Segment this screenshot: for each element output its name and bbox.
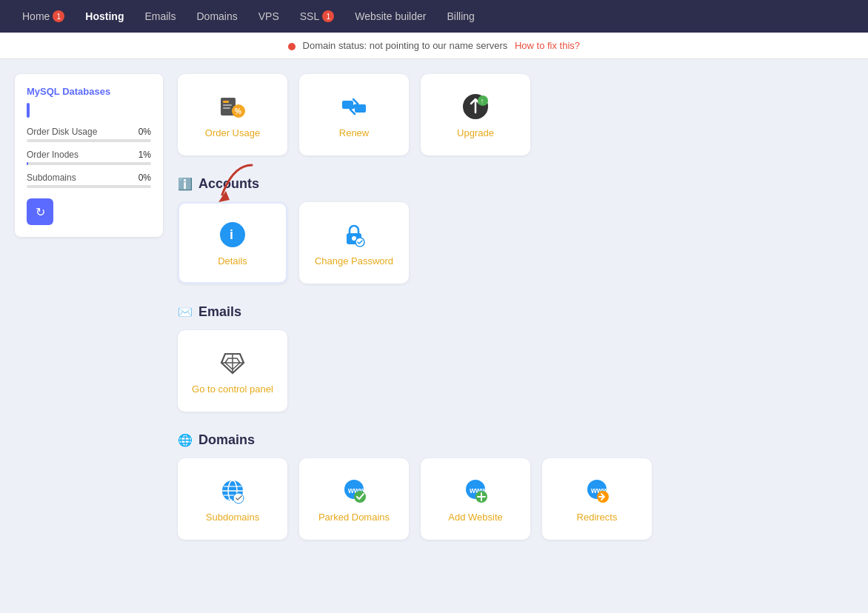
card-control-panel[interactable]: Go to control panel: [178, 330, 287, 412]
emails-cards-grid: Go to control panel: [178, 330, 853, 412]
top-cards-grid: % Order Usage Renew: [178, 74, 853, 155]
add-website-icon: www: [461, 476, 490, 506]
svg-rect-3: [223, 107, 230, 109]
refresh-button[interactable]: ↻: [27, 198, 53, 225]
accounts-section-title: Accounts: [198, 176, 259, 192]
domains-cards-grid: SUB Subdomains www Parked: [178, 458, 853, 540]
progress-fill-inodes: [27, 162, 28, 165]
nav-badge-home: 1: [53, 10, 64, 22]
stat-disk-label: Order Disk Usage: [27, 127, 97, 137]
details-card-wrapper: i Details: [178, 202, 287, 284]
card-order-usage-label: Order Usage: [205, 127, 260, 138]
progress-bg-disk: [27, 139, 151, 142]
emails-section-icon: ✉️: [178, 305, 193, 319]
card-order-usage[interactable]: % Order Usage: [178, 74, 287, 155]
nav-item-emails[interactable]: Emails: [134, 0, 186, 33]
sidebar-bar-indicator: [27, 103, 30, 118]
accounts-section-header: ℹ️ Accounts: [178, 176, 853, 192]
nav-label-website-builder: Website builder: [355, 10, 426, 22]
svg-rect-1: [223, 101, 229, 103]
stat-subdomains: Subdomains 0%: [27, 172, 151, 188]
accounts-section-icon: ℹ️: [178, 177, 193, 191]
nav-label-ssl: SSL: [300, 10, 319, 22]
nav-item-hosting[interactable]: Hosting: [75, 0, 134, 33]
nav-item-ssl[interactable]: SSL 1: [290, 0, 344, 33]
nav-label-emails: Emails: [144, 10, 176, 22]
svg-text:↑: ↑: [481, 97, 484, 105]
progress-bg-subdomains: [27, 185, 151, 188]
emails-section-header: ✉️ Emails: [178, 304, 853, 320]
nav-badge-ssl: 1: [322, 10, 334, 22]
svg-rect-2: [223, 104, 232, 106]
card-control-panel-label: Go to control panel: [192, 383, 273, 395]
accounts-cards-grid: i Details Change Passwo: [178, 202, 853, 284]
card-renew-label: Renew: [339, 127, 369, 138]
nav-item-vps[interactable]: VPS: [248, 0, 290, 33]
stat-inodes-label: Order Inodes: [27, 150, 79, 160]
status-dot: [288, 43, 296, 50]
svg-text:%: %: [235, 107, 241, 115]
parked-domains-icon: www: [339, 476, 369, 506]
domains-section-icon: 🌐: [178, 433, 193, 447]
card-add-website[interactable]: www Add Website: [421, 458, 530, 540]
nav-label-hosting: Hosting: [85, 10, 124, 22]
fix-link[interactable]: How to fix this?: [515, 40, 580, 51]
domains-section-header: 🌐 Domains: [178, 432, 853, 448]
stat-disk-usage: Order Disk Usage 0%: [27, 127, 151, 142]
sidebar-mysql-label: MySQL Databases: [27, 86, 151, 97]
card-add-website-label: Add Website: [448, 512, 502, 523]
stat-subdomains-label: Subdomains: [27, 172, 76, 183]
top-navigation: Home 1 Hosting Emails Domains VPS SSL 1 …: [0, 0, 868, 33]
card-parked-domains-label: Parked Domains: [318, 512, 390, 523]
card-change-password-label: Change Password: [315, 255, 393, 267]
nav-item-home[interactable]: Home 1: [12, 0, 75, 33]
emails-section-title: Emails: [198, 304, 241, 320]
nav-item-billing[interactable]: Billing: [436, 0, 484, 33]
subdomains-icon: SUB: [218, 476, 247, 506]
card-subdomains[interactable]: SUB Subdomains: [178, 458, 287, 540]
stat-inodes: Order Inodes 1%: [27, 150, 151, 165]
svg-point-31: [354, 491, 366, 503]
nav-label-home: Home: [22, 10, 50, 22]
nav-label-billing: Billing: [447, 10, 474, 22]
progress-bg-inodes: [27, 162, 151, 165]
svg-text:i: i: [230, 227, 233, 242]
nav-item-domains[interactable]: Domains: [186, 0, 247, 33]
card-parked-domains[interactable]: www Parked Domains: [299, 458, 409, 540]
domain-status-text: Domain status: not pointing to our name …: [303, 40, 508, 51]
card-change-password[interactable]: Change Password: [299, 202, 409, 284]
nav-item-website-builder[interactable]: Website builder: [344, 0, 436, 33]
sidebar: MySQL Databases Order Disk Usage 0% Orde…: [15, 74, 163, 560]
nav-label-domains: Domains: [196, 10, 237, 22]
control-panel-icon: [218, 348, 247, 378]
card-renew[interactable]: Renew: [299, 74, 409, 155]
details-icon: i: [218, 220, 247, 249]
card-redirects-label: Redirects: [577, 512, 618, 523]
stat-disk-percent: 0%: [138, 127, 151, 137]
redirects-icon: www: [582, 476, 612, 506]
card-redirects[interactable]: www Redirects: [542, 458, 652, 540]
card-subdomains-label: Subdomains: [206, 512, 259, 523]
card-upgrade[interactable]: ↑ Upgrade: [421, 74, 530, 155]
domain-status-bar: Domain status: not pointing to our name …: [0, 33, 868, 59]
stat-inodes-percent: 1%: [138, 150, 151, 160]
upgrade-icon: ↑: [461, 92, 490, 121]
nav-label-vps: VPS: [258, 10, 279, 22]
svg-marker-12: [218, 191, 230, 202]
main-layout: MySQL Databases Order Disk Usage 0% Orde…: [0, 59, 868, 575]
change-password-icon: [339, 220, 369, 249]
card-details[interactable]: i Details: [178, 202, 287, 284]
domains-section-title: Domains: [198, 432, 255, 448]
stat-subdomains-percent: 0%: [138, 172, 151, 183]
card-upgrade-label: Upgrade: [457, 127, 494, 138]
content-area: % Order Usage Renew: [178, 74, 853, 560]
sidebar-card: MySQL Databases Order Disk Usage 0% Orde…: [15, 74, 163, 237]
order-usage-icon: %: [218, 92, 247, 121]
card-details-label: Details: [218, 255, 247, 267]
renew-icon: [339, 92, 369, 121]
